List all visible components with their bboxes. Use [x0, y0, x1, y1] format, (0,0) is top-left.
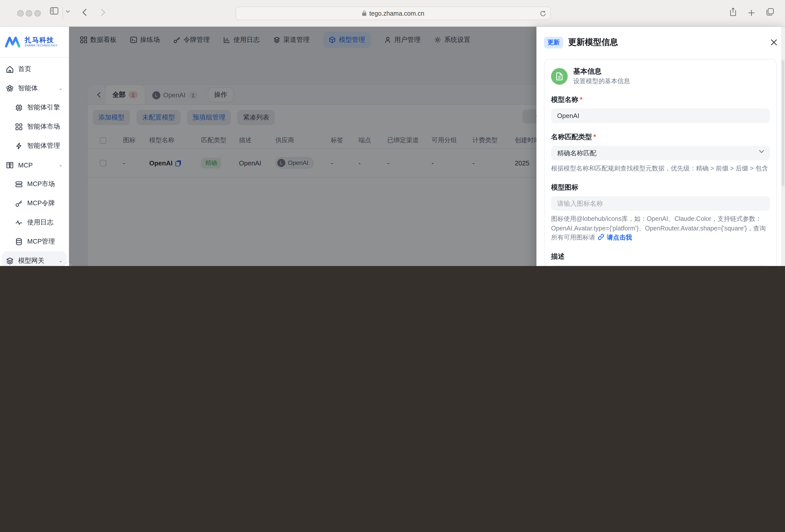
sidebar: 扎马科技 ZHAMA TECHNOLOGY 首页 智能体 ⌄: [0, 27, 69, 266]
model-icon-hint: 图标使用@lobehub/icons库，如：OpenAI、Claude.Colo…: [551, 214, 770, 243]
sidebar-item-mcp-token[interactable]: MCP令牌: [0, 194, 69, 213]
drawer-title: 更新模型信息: [568, 37, 618, 48]
model-name-input[interactable]: [551, 108, 770, 123]
sidebar-item-label: 使用日志: [27, 218, 53, 227]
new-tab-icon[interactable]: [748, 9, 755, 16]
close-window-button[interactable]: [17, 10, 24, 17]
url-text: tego.zhama.com.cn: [369, 10, 424, 17]
sidebar-item-label: MCP市场: [27, 179, 55, 188]
sidebar-item-mcp-market[interactable]: MCP市场: [0, 175, 69, 194]
scrollbar-track[interactable]: [781, 27, 785, 266]
sidebar-item-label: MCP令牌: [27, 199, 55, 208]
home-icon: [6, 65, 14, 73]
database-icon: [15, 238, 23, 245]
cpu-icon: [15, 104, 23, 111]
match-type-select[interactable]: [551, 146, 770, 160]
layers-icon: [6, 257, 14, 264]
chevron-down-icon[interactable]: [66, 10, 70, 13]
section-subtitle: 设置模型的基本信息: [573, 77, 630, 86]
book-icon: [6, 161, 14, 169]
model-icon-label: 模型图标: [551, 183, 770, 192]
sidebar-item-label: 智能体引擎: [27, 103, 60, 112]
grid-icon: [15, 123, 23, 130]
tab-overview-icon[interactable]: [766, 8, 774, 16]
sidebar-group-label: 智能体: [18, 84, 38, 93]
chevron-down-icon: ⌄: [59, 258, 62, 263]
icon-gallery-link[interactable]: 请点击我: [607, 234, 632, 241]
close-icon[interactable]: [770, 39, 778, 46]
drawer-header: 更新 更新模型信息: [536, 27, 785, 58]
minimize-window-button[interactable]: [26, 10, 32, 17]
chevron-down-icon: ⌄: [59, 86, 62, 91]
reload-icon[interactable]: [540, 10, 546, 17]
required-marker: *: [593, 133, 596, 141]
sidebar-item-label: 首页: [18, 65, 31, 74]
required-marker: *: [580, 96, 583, 103]
sidebar-item-label: MCP管理: [27, 237, 55, 246]
address-bar[interactable]: tego.zhama.com.cn: [235, 6, 551, 20]
flower-icon: [6, 84, 14, 92]
description-label: 描述: [551, 252, 770, 261]
model-icon-input[interactable]: [551, 196, 770, 211]
sidebar-group-label: 模型网关: [18, 256, 44, 265]
sidebar-group-model-gateway[interactable]: 模型网关 ⌄: [2, 251, 67, 266]
section-title: 基本信息: [573, 67, 630, 76]
match-type-label: 名称匹配类型*: [551, 133, 770, 142]
sidebar-item-usage-log[interactable]: 使用日志: [0, 213, 69, 232]
sidebar-group-label: MCP: [18, 161, 33, 169]
section-header: 基本信息 设置模型的基本信息: [551, 67, 770, 86]
share-icon[interactable]: [730, 7, 737, 16]
sidebar-toggle-icon[interactable]: [50, 7, 58, 15]
update-badge: 更新: [544, 36, 563, 48]
back-button[interactable]: [82, 8, 87, 16]
browser-chrome: tego.zhama.com.cn: [0, 0, 785, 27]
document-icon: [551, 68, 568, 85]
logo-title: 扎马科技: [25, 36, 58, 43]
sidebar-group-agents[interactable]: 智能体 ⌄: [0, 79, 69, 98]
description-textarea[interactable]: OpenAI: [551, 265, 770, 266]
modal-overlay[interactable]: [69, 27, 536, 266]
scrollbar-thumb[interactable]: [782, 60, 785, 186]
sidebar-item-label: 智能体管理: [27, 141, 60, 150]
chevron-down-icon: [759, 150, 764, 153]
sidebar-group-mcp[interactable]: MCP ⌄: [0, 155, 69, 175]
update-model-drawer: 更新 更新模型信息 基本信息 设置模型的基本信息 模型名称* 名称匹配类型*: [536, 27, 785, 266]
app-logo: 扎马科技 ZHAMA TECHNOLOGY: [0, 27, 69, 57]
link-icon: [598, 234, 604, 240]
sidebar-item-agent-admin[interactable]: 智能体管理: [0, 136, 69, 155]
match-type-hint: 根据模型名称和匹配规则查找模型元数据，优先级：精确 > 前缀 > 后缀 > 包含: [551, 164, 770, 174]
server-icon: [15, 180, 23, 188]
logo-mark: [5, 36, 22, 48]
lock-icon: [362, 10, 367, 16]
bolt-icon: [15, 142, 23, 150]
sidebar-item-agent-market[interactable]: 智能体市场: [0, 117, 69, 136]
zoom-window-button[interactable]: [34, 10, 41, 17]
sidebar-menu: 首页 智能体 ⌄ 智能体引擎 智能体市场: [0, 57, 69, 266]
forward-button[interactable]: [101, 8, 105, 16]
key-icon: [15, 199, 23, 207]
browser-window: tego.zhama.com.cn 扎马科技 ZHAMA TE: [0, 0, 785, 266]
divider: [62, 7, 63, 20]
sidebar-item-mcp-admin[interactable]: MCP管理: [0, 232, 69, 251]
basic-info-card: 基本信息 设置模型的基本信息 模型名称* 名称匹配类型* 根据模型名称和匹配规则…: [544, 59, 777, 266]
sidebar-item-home[interactable]: 首页: [0, 59, 69, 79]
chevron-down-icon: ⌄: [59, 162, 62, 168]
pulse-icon: [15, 219, 23, 226]
logo-subtitle: ZHAMA TECHNOLOGY: [25, 44, 58, 47]
model-name-label: 模型名称*: [551, 95, 770, 104]
sidebar-item-label: 智能体市场: [27, 122, 60, 131]
sidebar-item-agent-engine[interactable]: 智能体引擎: [0, 98, 69, 117]
